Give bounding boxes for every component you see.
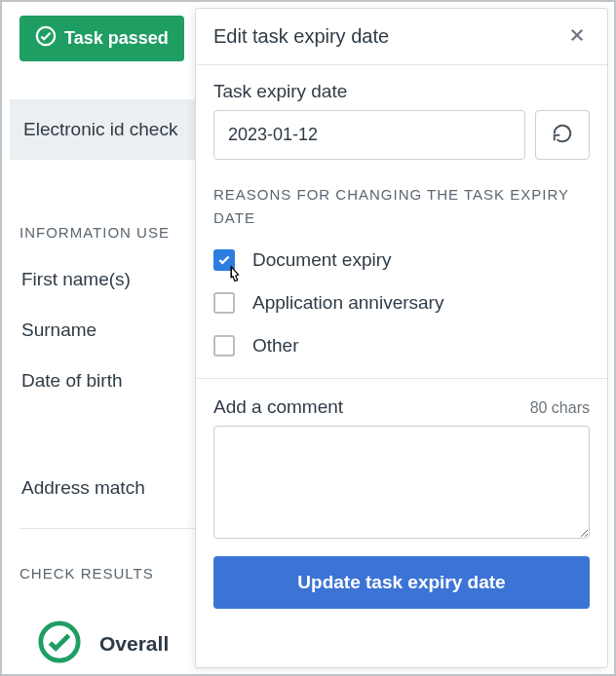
label-address-match: Address match: [21, 477, 145, 499]
divider: [19, 528, 195, 529]
modal-header: Edit task expiry date: [196, 9, 607, 65]
comment-label: Add a comment: [213, 396, 343, 418]
label-dob: Date of birth: [21, 370, 123, 392]
overall-label: Overall: [99, 632, 169, 656]
reason-label: Document expiry: [252, 249, 392, 271]
reason-label: Application anniversary: [252, 292, 443, 314]
label-first-name: First name(s): [21, 269, 131, 290]
check-circle-icon: [35, 25, 57, 52]
checkbox-application-anniversary[interactable]: [213, 292, 235, 314]
section-information-used: INFORMATION USE: [19, 224, 170, 241]
comment-textarea[interactable]: [213, 426, 590, 539]
close-button[interactable]: [564, 22, 590, 51]
checkbox-other[interactable]: [213, 335, 235, 357]
edit-expiry-modal: Edit task expiry date Task expiry date R…: [195, 8, 608, 668]
reason-other[interactable]: Other: [213, 335, 590, 357]
overall-row: Overall: [37, 620, 169, 668]
check-circle-icon: [37, 620, 82, 668]
section-check-results: CHECK RESULTS: [19, 565, 154, 582]
char-count: 80 chars: [530, 399, 590, 417]
checkbox-document-expiry[interactable]: [213, 249, 235, 271]
reason-document-expiry[interactable]: Document expiry: [213, 249, 590, 271]
refresh-button[interactable]: [535, 110, 590, 160]
task-passed-badge: Task passed: [19, 16, 184, 61]
reason-application-anniversary[interactable]: Application anniversary: [213, 292, 590, 314]
tab-electronic-id-check[interactable]: Electronic id check: [23, 119, 177, 140]
refresh-icon: [552, 123, 573, 147]
label-surname: Surname: [21, 319, 96, 341]
reasons-heading: REASONS FOR CHANGING THE TASK EXPIRY DAT…: [213, 183, 590, 230]
expiry-date-label: Task expiry date: [213, 81, 590, 102]
task-badge-label: Task passed: [64, 28, 169, 49]
update-expiry-button[interactable]: Update task expiry date: [213, 556, 590, 609]
modal-title: Edit task expiry date: [213, 25, 389, 48]
close-icon: [568, 32, 586, 47]
expiry-date-input[interactable]: [213, 110, 525, 160]
reason-label: Other: [252, 335, 299, 357]
